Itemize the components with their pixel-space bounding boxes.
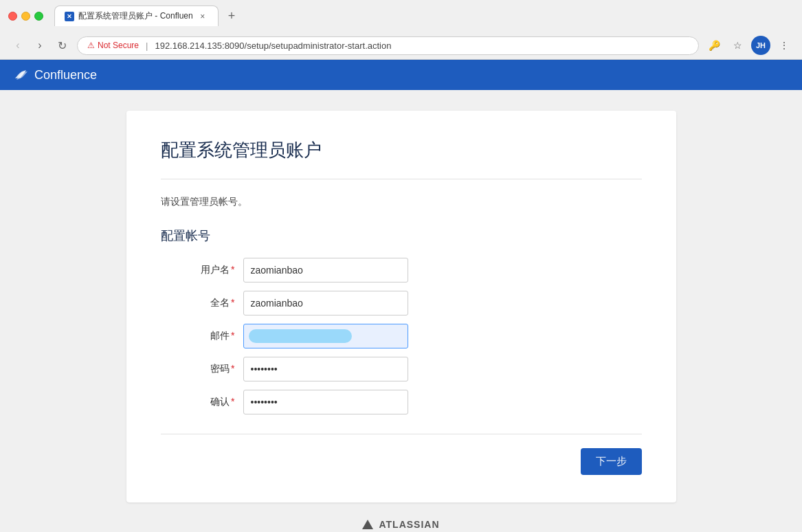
title-bar: ✕ 配置系统管理员账户 - Confluen × + <box>0 0 802 32</box>
not-secure-label: Not Secure <box>98 41 139 50</box>
address-input[interactable]: ⚠ Not Secure | 192.168.214.135:8090/setu… <box>77 36 699 55</box>
tab-favicon: ✕ <box>65 12 74 21</box>
email-form-group: 邮件* <box>161 324 642 348</box>
page-content: 配置系统管理员账户 请设置管理员帐号。 配置帐号 用户名* 全名* 邮件* <box>0 90 802 532</box>
subtitle-text: 请设置管理员帐号。 <box>161 196 642 208</box>
fullname-label: 全名* <box>161 297 243 309</box>
page-title: 配置系统管理员账户 <box>161 138 642 162</box>
tab-close-button[interactable]: × <box>197 11 208 22</box>
tab-bar: ✕ 配置系统管理员账户 - Confluen × + <box>54 5 242 26</box>
forward-button[interactable]: › <box>30 36 49 55</box>
fullname-form-group: 全名* <box>161 291 642 315</box>
browser-chrome: ✕ 配置系统管理员账户 - Confluen × + ‹ › ↻ ⚠ Not S… <box>0 0 802 60</box>
toolbar-right: 🔑 ☆ JH ⋮ <box>704 36 794 55</box>
password-form-group: 密码* <box>161 357 642 381</box>
reload-button[interactable]: ↻ <box>52 36 71 55</box>
atlassian-label: ATLASSIAN <box>379 519 439 530</box>
atlassian-triangle-icon <box>362 520 373 529</box>
warning-icon: ⚠ <box>87 41 95 50</box>
menu-button[interactable]: ⋮ <box>775 36 794 55</box>
button-row: 下一步 <box>161 448 642 475</box>
required-star: * <box>231 297 234 308</box>
confluence-icon <box>14 67 29 82</box>
confirm-form-group: 确认* <box>161 390 642 414</box>
setup-card: 配置系统管理员账户 请设置管理员帐号。 配置帐号 用户名* 全名* 邮件* <box>126 111 676 502</box>
required-star: * <box>231 264 234 275</box>
atlassian-footer: ATLASSIAN <box>346 502 456 532</box>
required-star: * <box>231 330 234 341</box>
maximize-window-button[interactable] <box>34 12 43 21</box>
confluence-logo-text: Confluence <box>34 68 97 82</box>
section-title: 配置帐号 <box>161 228 642 244</box>
required-star: * <box>231 396 234 407</box>
active-tab[interactable]: ✕ 配置系统管理员账户 - Confluen × <box>54 5 219 26</box>
password-manager-button[interactable]: 🔑 <box>704 36 724 55</box>
close-window-button[interactable] <box>8 12 17 21</box>
new-tab-button[interactable]: + <box>221 5 243 26</box>
password-label: 密码* <box>161 363 243 375</box>
bottom-divider <box>161 434 642 434</box>
email-label: 邮件* <box>161 330 243 342</box>
back-button[interactable]: ‹ <box>8 36 27 55</box>
confluence-header: Confluence <box>0 60 802 90</box>
not-secure-indicator: ⚠ Not Secure <box>87 41 139 50</box>
confirm-input[interactable] <box>243 390 408 414</box>
profile-avatar[interactable]: JH <box>751 36 770 55</box>
username-label: 用户名* <box>161 264 243 276</box>
minimize-window-button[interactable] <box>21 12 30 21</box>
confluence-logo[interactable]: Confluence <box>14 67 97 82</box>
next-button[interactable]: 下一步 <box>581 448 642 475</box>
confirm-label: 确认* <box>161 396 243 408</box>
required-star: * <box>231 363 234 374</box>
nav-buttons: ‹ › ↻ <box>8 36 71 55</box>
tab-title: 配置系统管理员账户 - Confluen <box>78 10 193 22</box>
title-divider <box>161 179 642 179</box>
email-input[interactable] <box>243 324 408 348</box>
traffic-lights <box>8 12 43 21</box>
bookmark-button[interactable]: ☆ <box>728 36 747 55</box>
url-text: 192.168.214.135:8090/setup/setupadminist… <box>155 41 391 51</box>
username-form-group: 用户名* <box>161 258 642 282</box>
url-separator: | <box>146 41 148 51</box>
atlassian-logo: ATLASSIAN <box>362 519 439 530</box>
password-input[interactable] <box>243 357 408 381</box>
address-bar: ‹ › ↻ ⚠ Not Secure | 192.168.214.135:809… <box>0 32 802 59</box>
fullname-input[interactable] <box>243 291 408 315</box>
username-input[interactable] <box>243 258 408 282</box>
